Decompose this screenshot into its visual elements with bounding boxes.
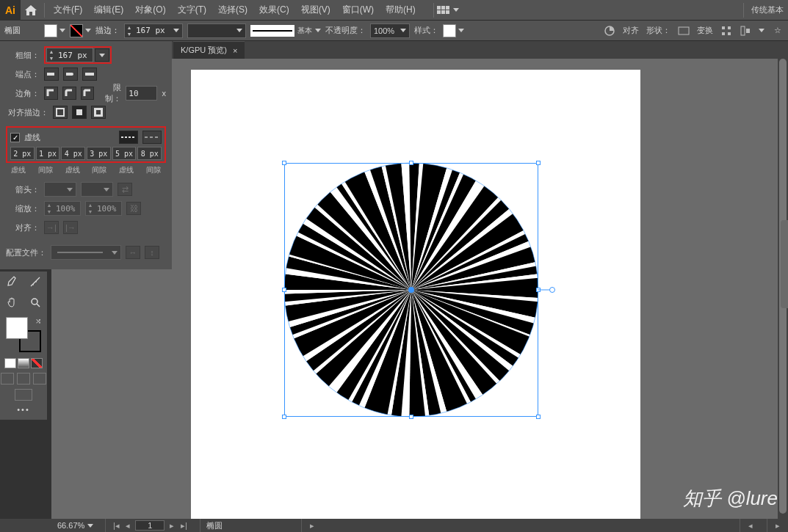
brush-definition[interactable]: [250, 25, 294, 37]
recolor-artwork-icon[interactable]: [604, 25, 615, 37]
align-stroke-inside[interactable]: [72, 106, 87, 119]
hscroll-left[interactable]: ◂: [746, 521, 755, 531]
miter-limit-input[interactable]: [126, 89, 153, 98]
document-tab[interactable]: K/GPU 预览) ×: [173, 41, 245, 59]
arrowhead-end[interactable]: [81, 182, 113, 197]
draw-behind-icon[interactable]: [17, 373, 30, 385]
screen-mode-icon[interactable]: [15, 389, 32, 401]
fill-swatch-large[interactable]: [6, 317, 28, 339]
gap-field-0[interactable]: 1 px: [36, 147, 60, 160]
dash-field-2[interactable]: 5 px: [112, 147, 137, 160]
miter-limit-field[interactable]: [126, 86, 157, 101]
graphic-style-swatch[interactable]: [443, 24, 456, 37]
link-arrow-scale[interactable]: ⛓: [126, 202, 141, 215]
arrow-align-end[interactable]: |→: [63, 221, 78, 234]
color-mode-gradient[interactable]: [18, 358, 29, 368]
edit-toolbar-icon[interactable]: •••: [17, 405, 30, 414]
cap-round[interactable]: [63, 68, 78, 81]
hscroll-right[interactable]: ▸: [773, 521, 782, 531]
chevron-down-icon[interactable]: [59, 29, 65, 32]
chevron-down-icon[interactable]: [315, 29, 321, 32]
arrow-align-tip[interactable]: →|: [44, 221, 59, 234]
chevron-down-icon[interactable]: [87, 524, 93, 528]
fill-swatch[interactable]: [44, 24, 57, 37]
flip-along[interactable]: ↔: [126, 246, 140, 259]
variable-width-profile[interactable]: [187, 23, 246, 38]
flip-across[interactable]: ↕: [145, 246, 159, 259]
transform-link[interactable]: 变换: [697, 25, 713, 36]
corner-miter[interactable]: [44, 87, 58, 100]
menu-window[interactable]: 窗口(W): [336, 0, 380, 21]
artboard-number[interactable]: 1: [135, 520, 165, 531]
dash-align-preserve[interactable]: [119, 131, 138, 144]
last-artboard[interactable]: ▸|: [179, 521, 188, 531]
menu-file[interactable]: 文件(F): [48, 0, 88, 21]
panel-dock-handle[interactable]: [781, 220, 788, 308]
gap-field-2[interactable]: 8 px: [137, 147, 162, 160]
prev-artboard[interactable]: ◂: [123, 521, 132, 531]
menu-type[interactable]: 文字(T): [172, 0, 212, 21]
arrange-docs-button[interactable]: [437, 6, 450, 14]
menu-help[interactable]: 帮助(H): [380, 0, 422, 21]
opacity-field[interactable]: 100%: [370, 23, 410, 38]
opacity-label[interactable]: 不透明度：: [325, 25, 366, 36]
weight-field[interactable]: ▲▼: [46, 48, 93, 62]
menu-edit[interactable]: 编辑(E): [88, 0, 129, 21]
home-button[interactable]: [21, 0, 41, 21]
dashed-line-checkbox[interactable]: ✓: [10, 133, 20, 142]
cap-projecting[interactable]: [82, 68, 97, 81]
tool-measure[interactable]: [24, 272, 47, 292]
align-link[interactable]: 对齐: [623, 25, 639, 36]
swap-arrowheads[interactable]: ⇄: [118, 183, 132, 196]
corner-round[interactable]: [62, 87, 76, 100]
swap-fill-stroke-icon[interactable]: ⤭: [35, 317, 41, 325]
draw-inside-icon[interactable]: [33, 373, 46, 385]
workspace-switcher[interactable]: 传统基本: [751, 4, 784, 15]
align-to-icon[interactable]: [740, 25, 751, 37]
zoom-level[interactable]: 66.67%: [57, 521, 84, 530]
profile-select[interactable]: [51, 245, 121, 260]
stroke-width-input[interactable]: [134, 26, 170, 35]
stroke-width-field[interactable]: ▲▼: [124, 23, 183, 38]
chevron-down-icon[interactable]: [173, 29, 179, 32]
arrow-scale-end[interactable]: ▲▼: [85, 201, 122, 216]
chevron-down-icon[interactable]: [453, 8, 459, 12]
color-mode-none[interactable]: [31, 358, 43, 368]
status-menu[interactable]: ▸: [308, 521, 317, 531]
arrowhead-start[interactable]: [44, 182, 76, 197]
menu-select[interactable]: 选择(S): [212, 0, 253, 21]
style-label[interactable]: 样式：: [414, 25, 438, 36]
gap-field-1[interactable]: 3 px: [87, 147, 111, 160]
arrow-scale-start[interactable]: ▲▼: [44, 201, 81, 216]
stroke-swatch[interactable]: [70, 24, 83, 37]
align-stroke-outside[interactable]: [91, 106, 106, 119]
weight-dropdown[interactable]: [95, 48, 109, 62]
corner-bevel[interactable]: [81, 87, 95, 100]
align-stroke-center[interactable]: [53, 106, 68, 119]
menu-object[interactable]: 对象(O): [129, 0, 171, 21]
color-mode-solid[interactable]: [4, 358, 16, 368]
center-point[interactable]: [408, 287, 414, 293]
shape-link[interactable]: 形状：: [646, 25, 670, 36]
first-artboard[interactable]: |◂: [112, 521, 120, 531]
menu-view[interactable]: 视图(V): [295, 0, 336, 21]
menu-effect[interactable]: 效果(C): [253, 0, 295, 21]
shape-icon[interactable]: [678, 25, 690, 37]
weight-input[interactable]: [56, 51, 93, 60]
dash-field-0[interactable]: 2 px: [10, 147, 35, 160]
tool-hand[interactable]: [0, 292, 24, 313]
tool-zoom[interactable]: [24, 292, 47, 313]
chevron-down-icon[interactable]: [458, 29, 464, 32]
chevron-down-icon[interactable]: [85, 29, 91, 32]
dash-field-1[interactable]: 4 px: [61, 147, 85, 160]
dash-align-corners[interactable]: [142, 131, 162, 144]
fill-stroke-widget[interactable]: ⤭: [6, 317, 41, 352]
draw-normal-icon[interactable]: [1, 373, 14, 385]
next-artboard[interactable]: ▸: [167, 521, 176, 531]
chevron-down-icon[interactable]: [759, 29, 764, 32]
tool-eyedropper[interactable]: [0, 272, 24, 292]
isolate-icon[interactable]: [720, 25, 732, 37]
select-similar-icon[interactable]: ☆: [772, 25, 784, 37]
selection-box[interactable]: [284, 163, 538, 417]
cap-butt[interactable]: [44, 68, 59, 81]
